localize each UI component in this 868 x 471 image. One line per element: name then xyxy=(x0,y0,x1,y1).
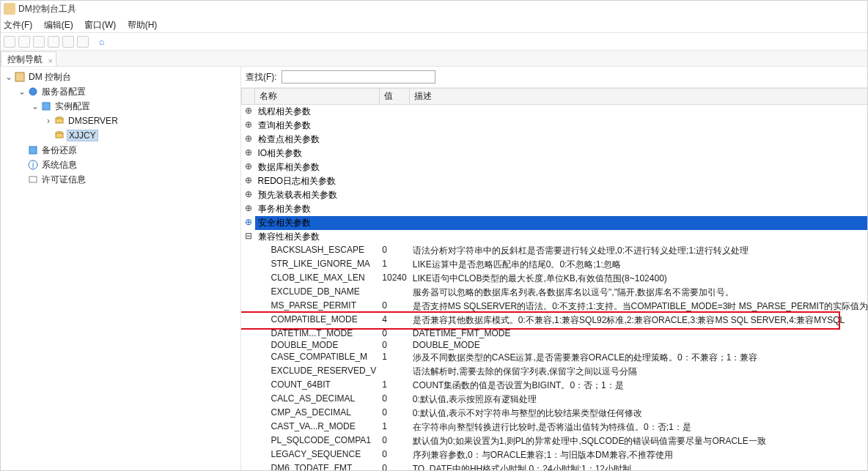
param-row[interactable]: CAST_VA...R_MODE1在字符串向整型转换进行比较时,是否将溢出值转为… xyxy=(242,420,868,434)
param-value[interactable]: 0 xyxy=(379,434,409,448)
close-icon[interactable]: × xyxy=(48,53,53,68)
group-label: 数据库相关参数 xyxy=(255,160,380,174)
expand-icon[interactable]: ⊕ xyxy=(242,133,255,147)
group-row[interactable]: ⊕预先装载表相关参数 xyxy=(242,188,868,202)
param-value[interactable]: 1 xyxy=(379,420,409,434)
param-row[interactable]: MS_PARSE_PERMIT0是否支持MS SQLSERVER的语法。0:不支… xyxy=(242,300,868,314)
group-row[interactable]: ⊕线程相关参数 xyxy=(242,105,868,119)
toolbar-btn-5[interactable] xyxy=(62,36,74,48)
list-icon xyxy=(40,100,52,112)
param-grid[interactable]: 名称 值 描述 ⊕线程相关参数⊕查询相关参数⊕检查点相关参数⊕IO相关参数⊕数据… xyxy=(241,87,867,471)
param-value[interactable]: 0 xyxy=(379,393,409,407)
tree-sysinfo[interactable]: i 系统信息 xyxy=(17,158,240,171)
expand-icon[interactable]: ⊕ xyxy=(242,216,255,230)
tree-root[interactable]: ⌄ DM 控制台 xyxy=(4,70,240,84)
param-desc: COUNT集函数的值是否设置为BIGINT。0：否；1：是 xyxy=(410,379,867,393)
tree-instance-config[interactable]: ⌄ 实例配置 xyxy=(30,100,240,113)
tree-backup[interactable]: 备份还原 xyxy=(17,144,240,157)
collapse-icon[interactable]: ⌄ xyxy=(17,86,27,97)
param-row[interactable]: COUNT_64BIT1COUNT集函数的值是否设置为BIGINT。0：否；1：… xyxy=(242,379,868,393)
param-row[interactable]: DM6_TODATE_FMT0TO_DATE中的HH格式小时制,0：24小时制;… xyxy=(242,462,868,471)
svg-point-1 xyxy=(29,88,37,95)
nav-tree[interactable]: ⌄ DM 控制台 ⌄ 服务器配置 ⌄ 实例配置 › DMSERVER xyxy=(1,67,241,471)
main-panel: 查找(F): 名称 值 描述 ⊕线程相关参数⊕查询相关参数⊕检查点相关参数⊕IO… xyxy=(241,67,867,471)
expand-icon[interactable]: › xyxy=(43,116,54,126)
home-icon[interactable]: ⌂ xyxy=(99,37,104,47)
param-value[interactable] xyxy=(379,286,409,300)
param-row[interactable]: BACKSLASH_ESCAPE0语法分析对字符串中的反斜杠是否需要进行转义处理… xyxy=(242,244,868,258)
col-desc[interactable]: 描述 xyxy=(410,89,867,105)
find-input[interactable] xyxy=(282,70,435,84)
tree-license[interactable]: 许可证信息 xyxy=(17,173,240,186)
gear-icon xyxy=(27,86,39,97)
expand-icon[interactable]: ⊕ xyxy=(242,119,255,133)
group-row[interactable]: ⊕数据库相关参数 xyxy=(242,160,868,174)
param-row[interactable]: PL_SQLCODE_COMPA10默认值为0;如果设置为1,则PL的异常处理中… xyxy=(242,434,868,448)
param-value[interactable]: 0 xyxy=(379,244,409,258)
param-name: CMP_AS_DECIMAL xyxy=(255,407,380,420)
menu-help[interactable]: 帮助(H) xyxy=(128,20,158,30)
param-row[interactable]: DOUBLE_MODE0DOUBLE_MODE xyxy=(242,339,868,351)
menu-edit[interactable]: 编辑(E) xyxy=(44,20,73,30)
expand-icon[interactable]: ⊕ xyxy=(242,188,255,202)
param-row[interactable]: STR_LIKE_IGNORE_MA1LIKE运算中是否忽略匹配串的结尾0。0:… xyxy=(242,258,868,272)
group-label: 事务相关参数 xyxy=(255,202,380,216)
col-value[interactable]: 值 xyxy=(379,89,409,105)
param-value[interactable]: 1 xyxy=(379,351,409,365)
expand-icon[interactable]: ⊕ xyxy=(242,147,255,160)
menu-window[interactable]: 窗口(W) xyxy=(84,20,116,30)
collapse-icon[interactable]: ⊟ xyxy=(242,230,255,244)
group-row[interactable]: ⊕查询相关参数 xyxy=(242,119,868,133)
param-value[interactable]: 0 xyxy=(379,327,409,339)
param-value[interactable]: 10240 xyxy=(379,272,409,286)
param-value[interactable]: 0 xyxy=(379,407,409,420)
param-row[interactable]: CASE_COMPATIBLE_M1涉及不同数据类型的CASE运算,是否需要兼容… xyxy=(242,351,868,365)
param-row[interactable]: CMP_AS_DECIMAL00:默认值,表示不对字符串与整型的比较结果类型做任… xyxy=(242,407,868,420)
param-value[interactable]: 0 xyxy=(379,300,409,314)
group-row[interactable]: ⊕检查点相关参数 xyxy=(242,133,868,147)
collapse-icon[interactable]: ⌄ xyxy=(4,72,14,82)
param-row[interactable]: EXCLUDE_RESERVED_V语法解析时,需要去除的保留字列表,保留字之间… xyxy=(242,365,868,379)
tree-server-config[interactable]: ⌄ 服务器配置 xyxy=(17,85,240,98)
param-row[interactable]: DATETIM...T_MODE0DATETIME_FMT_MODE xyxy=(242,327,868,339)
svg-rect-2 xyxy=(43,103,50,110)
toolbar-btn-6[interactable] xyxy=(77,36,89,48)
group-row[interactable]: ⊕安全相关参数 xyxy=(242,216,868,230)
tree-dmserver[interactable]: › DMSERVER xyxy=(43,114,240,127)
param-name: CASE_COMPATIBLE_M xyxy=(255,351,380,365)
tab-label: 控制导航 xyxy=(7,54,43,64)
param-row[interactable]: LEGACY_SEQUENCE0序列兼容参数,0：与ORACLE兼容;1：与旧版… xyxy=(242,448,868,462)
menu-file[interactable]: 文件(F) xyxy=(4,20,32,30)
group-row[interactable]: ⊕REDO日志相关参数 xyxy=(242,174,868,188)
toolbar-btn-1[interactable] xyxy=(4,36,15,48)
collapse-icon[interactable]: ⌄ xyxy=(30,101,40,111)
tree-xjjcy[interactable]: XJJCY xyxy=(43,129,240,142)
param-value[interactable] xyxy=(379,365,409,379)
group-row[interactable]: ⊕IO相关参数 xyxy=(242,147,868,160)
col-name[interactable]: 名称 xyxy=(255,89,380,105)
param-row[interactable]: CLOB_LIKE_MAX_LEN10240LIKE语句中CLOB类型的最大长度… xyxy=(242,272,868,286)
toolbar-btn-2[interactable] xyxy=(18,36,30,48)
toolbar-btn-4[interactable] xyxy=(48,36,59,48)
group-row[interactable]: ⊕事务相关参数 xyxy=(242,202,868,216)
param-name: STR_LIKE_IGNORE_MA xyxy=(255,258,380,272)
param-value[interactable]: 0 xyxy=(379,448,409,462)
param-name: DATETIM...T_MODE xyxy=(255,327,380,339)
param-value[interactable]: 1 xyxy=(379,258,409,272)
group-row[interactable]: ⊟兼容性相关参数 xyxy=(242,230,868,244)
tab-control-nav[interactable]: 控制导航 × xyxy=(1,51,56,66)
param-value[interactable]: 1 xyxy=(379,379,409,393)
toolbar-btn-3[interactable] xyxy=(33,36,45,48)
param-value[interactable]: 0 xyxy=(379,339,409,351)
param-row[interactable]: EXCLUDE_DB_NAME服务器可以忽略的数据库名列表,各数据库名以逗号",… xyxy=(242,286,868,300)
expand-icon[interactable]: ⊕ xyxy=(242,160,255,174)
param-row[interactable]: CALC_AS_DECIMAL00:默认值,表示按照原有逻辑处理 xyxy=(242,393,868,407)
param-value[interactable]: 0 xyxy=(379,462,409,471)
param-row[interactable]: COMPATIBLE_MODE4是否兼容其他数据库模式。0:不兼容,1:兼容SQ… xyxy=(242,314,868,327)
param-value[interactable]: 4 xyxy=(379,314,409,327)
expand-icon[interactable]: ⊕ xyxy=(242,202,255,216)
expand-icon[interactable]: ⊕ xyxy=(242,105,255,119)
param-name: CAST_VA...R_MODE xyxy=(255,420,380,434)
expand-icon[interactable]: ⊕ xyxy=(242,174,255,188)
svg-rect-6 xyxy=(56,133,63,138)
